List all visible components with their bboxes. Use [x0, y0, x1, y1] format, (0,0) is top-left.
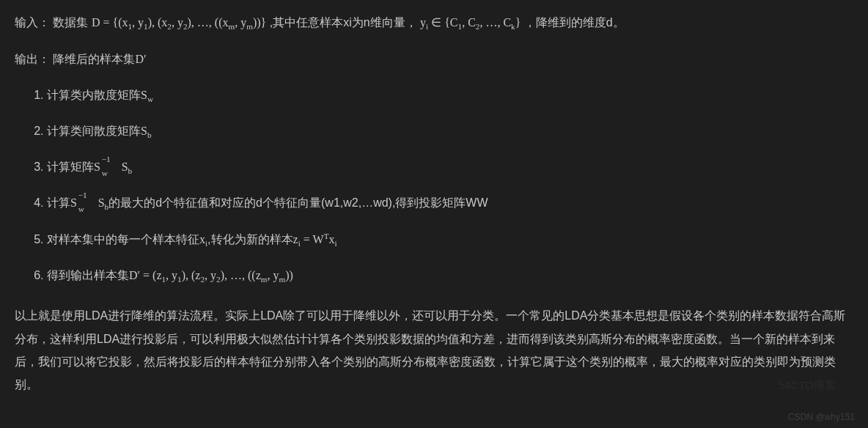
- output-line: 输出： 降维后的样本集D′: [15, 50, 853, 69]
- step-text: 计算类内散度矩阵: [47, 89, 141, 101]
- step-math: S−1wSb: [70, 196, 108, 209]
- input-tail: ，降维到的维度d。: [524, 16, 625, 29]
- step-1: 计算类内散度矩阵Sw: [47, 85, 853, 106]
- output-text: 降维后的样本集D′: [53, 53, 146, 65]
- output-label: 输出：: [15, 53, 50, 65]
- step-text: 计算矩阵: [47, 160, 94, 173]
- step-math: S−1wSb: [94, 160, 132, 173]
- input-line: 输入： 数据集 D = {(x1, y1), (x2, y2), …, ((xm…: [15, 13, 853, 34]
- step-text: 对样本集中的每一个样本特征xi,转化为新的样本zi = WTxi: [47, 233, 337, 246]
- input-set: D = {(x1, y1), (x2, y2), …, ((xm, ym))}: [92, 16, 266, 29]
- explanation-paragraph: 以上就是使用LDA进行降维的算法流程。实际上LDA除了可以用于降维以外，还可以用…: [15, 304, 853, 396]
- step-2: 计算类间散度矩阵Sb: [47, 121, 853, 142]
- step-4: 计算S−1wSb的最大的d个特征值和对应的d个特征向量(w1,w2,…wd),得…: [47, 193, 853, 214]
- step-3: 计算矩阵S−1wSb: [47, 157, 853, 178]
- step-5: 对样本集中的每一个样本特征xi,转化为新的样本zi = WTxi: [47, 229, 853, 251]
- input-label: 输入：: [15, 16, 50, 29]
- step-text: 计算: [47, 196, 70, 209]
- step-math: Sb: [141, 125, 152, 137]
- step-text: 得到输出样本集D′ = (z1, y1), (z2, y2), …, ((zm,…: [47, 269, 293, 281]
- step-text: 计算类间散度矩阵: [47, 125, 141, 137]
- step-tail: 的最大的d个特征值和对应的d个特征向量(w1,w2,…wd),得到投影矩阵WW: [108, 196, 488, 209]
- watermark-csdn: CSDN @why151: [788, 412, 855, 422]
- step-6: 得到输出样本集D′ = (z1, y1), (z2, y2), …, ((zm,…: [47, 265, 853, 287]
- input-mid: ,其中任意样本xi为n维向量，: [270, 16, 417, 29]
- steps-list: 计算类内散度矩阵Sw 计算类间散度矩阵Sb 计算矩阵S−1wSb 计算S−1wS…: [15, 85, 853, 287]
- step-math: Sw: [141, 89, 153, 101]
- input-prefix: 数据集: [53, 16, 88, 29]
- input-y: yi ∈ {C1, C2, …, Ck}: [420, 16, 521, 29]
